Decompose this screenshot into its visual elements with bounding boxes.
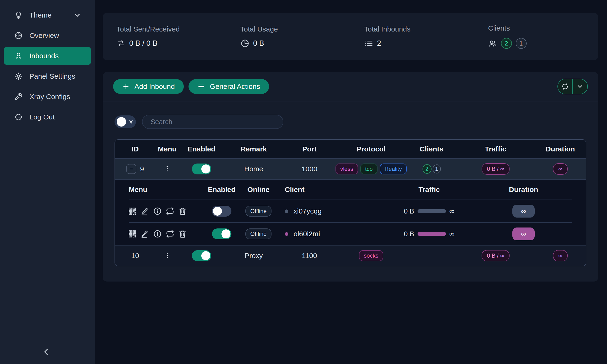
refresh-split-button [557,79,588,94]
stat-label: Total Usage [240,25,351,33]
inbound-enabled-toggle[interactable] [192,250,211,261]
protocol-badge: socks [359,250,383,261]
client-row: Offline ol60i2mi 0 B ∞ ∞ [115,223,586,245]
sidebar-item-label: Xray Configs [29,93,70,101]
client-enabled-toggle[interactable] [212,228,231,239]
search-row [115,115,586,129]
client-info-button[interactable] [153,207,162,216]
inbound-remark: Home [224,165,283,173]
client-info-button[interactable] [153,229,162,238]
stat-total-sent-received: Total Sent/Received 0 B / 0 B [103,25,227,48]
inbound-port: 1000 [283,165,335,173]
traffic-badge: 0 B / ∞ [482,250,509,261]
subcol-header-menu: Menu [115,185,200,194]
expanded-clients-section: Menu Enabled Online Client Traffic Durat… [115,179,586,245]
stat-label: Total Sent/Received [117,25,227,33]
inbound-row-9[interactable]: 9 Home 1000 vless tcp [115,158,586,179]
inbounds-table: ID Menu Enabled Remark Port Protocol Cli… [115,139,586,266]
toggle-knob [117,117,126,127]
qr-code-button[interactable] [128,229,137,238]
sidebar-item-log-out[interactable]: Log Out [4,108,91,126]
toggle-knob [201,165,210,173]
client-name: ol60i2mi [293,230,320,238]
refresh-interval-dropdown[interactable] [573,79,587,94]
traffic-limit: ∞ [449,207,455,215]
sidebar-item-panel-settings[interactable]: Panel Settings [4,67,91,85]
sidebar-collapse-button[interactable] [40,346,53,359]
gauge-icon [14,31,23,40]
chevron-left-icon [42,347,51,357]
transport-badge: tcp [360,164,378,174]
add-inbound-button[interactable]: Add Inbound [113,79,184,94]
collapse-row-button[interactable] [126,164,136,174]
trash-icon [178,229,187,238]
col-header-menu: Menu [155,145,179,153]
toggle-knob [201,251,210,260]
col-header-traffic: Traffic [456,145,535,153]
edit-icon [140,229,149,238]
traffic-progress-bar [418,209,446,213]
edit-client-button[interactable] [140,229,149,238]
qr-code-icon [128,229,137,238]
stat-value: 0 B [253,39,264,48]
inbound-remark: Proxy [224,252,283,260]
lightbulb-icon [14,11,23,19]
client-duration-pill: ∞ [512,228,535,240]
main-content: Total Sent/Received 0 B / 0 B Total Usag… [95,0,607,364]
reset-traffic-icon [166,229,174,238]
edit-client-button[interactable] [140,207,149,216]
subcol-header-duration: Duration [483,185,586,194]
col-header-port: Port [283,145,335,153]
inbound-enabled-toggle[interactable] [192,164,211,174]
subcol-header-client: Client [274,185,376,194]
toggle-knob [213,207,222,216]
list-icon [364,39,373,48]
app-window: Theme Overview Inbounds Panel Settings X… [0,0,607,364]
inbound-row-10[interactable]: 10 Proxy 1100 socks 0 B / [115,245,586,266]
reset-traffic-button[interactable] [166,207,174,216]
reset-traffic-button[interactable] [166,229,174,238]
wrench-icon [14,92,23,101]
sidebar-item-overview[interactable]: Overview [4,26,91,45]
delete-client-button[interactable] [178,229,187,238]
col-header-protocol: Protocol [335,145,407,153]
sidebar-item-inbounds[interactable]: Inbounds [4,47,91,65]
chevron-down-icon [73,11,81,19]
online-status-badge: Offline [245,228,272,239]
gear-icon [14,72,23,80]
row-menu-button[interactable] [163,251,171,260]
general-actions-button[interactable]: General Actions [188,79,269,94]
search-input[interactable] [142,115,283,129]
refresh-button[interactable] [558,79,573,94]
table-header-row: ID Menu Enabled Remark Port Protocol Cli… [115,140,586,158]
users-icon [488,39,497,48]
client-enabled-toggle[interactable] [212,206,231,217]
filter-toggle[interactable] [115,116,136,128]
row-menu-button[interactable] [163,165,171,173]
qr-code-button[interactable] [128,207,137,216]
traffic-used: 0 B [404,207,414,215]
stat-label: Total Inbounds [364,25,475,33]
vertical-dots-icon [163,165,171,173]
subcol-header-online: Online [243,185,274,194]
refresh-icon [561,83,569,90]
stat-clients: Clients 2 1 [475,24,598,49]
security-badge: Reality [380,164,407,174]
inbound-port: 1100 [283,252,335,260]
chevron-down-icon [576,83,584,90]
sidebar: Theme Overview Inbounds Panel Settings X… [0,0,95,364]
stat-total-usage: Total Usage 0 B [227,25,351,48]
sidebar-item-label: Inbounds [29,52,59,60]
sidebar-item-xray-configs[interactable]: Xray Configs [4,88,91,106]
theme-selector[interactable]: Theme [4,6,91,24]
qr-code-icon [128,207,137,216]
info-icon [153,229,162,238]
online-status-badge: Offline [245,206,272,217]
traffic-badge: 0 B / ∞ [482,163,509,175]
theme-label: Theme [29,11,52,19]
client-name: xi07ycqg [293,207,321,215]
client-status-dot [285,209,288,213]
panel-body: ID Menu Enabled Remark Port Protocol Cli… [103,102,598,282]
plus-icon [122,83,130,90]
delete-client-button[interactable] [178,207,187,216]
